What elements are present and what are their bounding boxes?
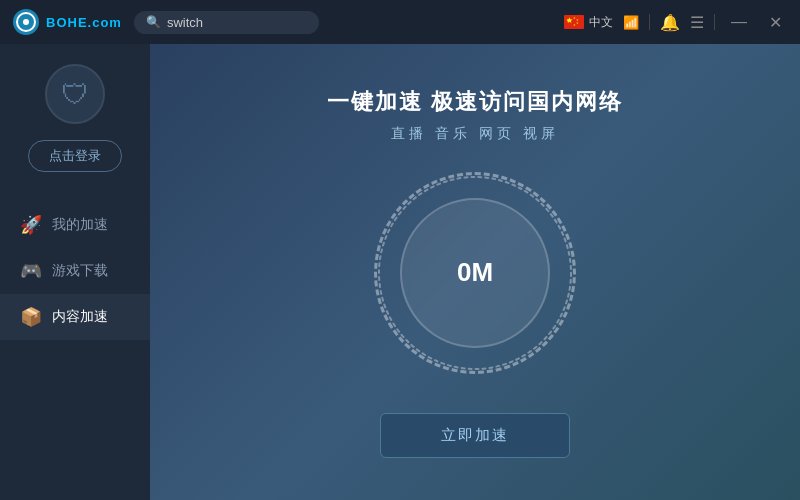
titlebar-right: ★ ★ ★ ★ ★ 中文 📶 🔔 ☰ — ✕ xyxy=(564,11,788,34)
svg-text:★: ★ xyxy=(566,17,571,23)
speed-dial: 0M xyxy=(375,173,575,373)
china-flag-icon: ★ ★ ★ ★ ★ xyxy=(564,15,584,29)
avatar: 🛡 xyxy=(45,64,105,124)
speed-dial-inner: 0M xyxy=(400,198,550,348)
titlebar: BOHE.com 🔍 ★ ★ ★ ★ ★ 中文 📶 🔔 ☰ — ✕ xyxy=(0,0,800,44)
search-input[interactable] xyxy=(167,15,307,30)
sidebar-item-label: 内容加速 xyxy=(52,308,108,326)
speed-value: 0M xyxy=(457,257,493,288)
avatar-icon: 🛡 xyxy=(61,78,89,111)
close-button[interactable]: ✕ xyxy=(763,11,788,34)
lang-text: 中文 xyxy=(589,14,613,31)
sidebar: 🛡 点击登录 🚀 我的加速 🎮 游戏下载 📦 内容加速 xyxy=(0,44,150,500)
speed-dial-outer: 0M xyxy=(375,173,575,373)
main-title: 一键加速 极速访问国内网络 xyxy=(327,87,623,117)
vertical-divider xyxy=(649,14,650,30)
logo-area: BOHE.com xyxy=(12,8,122,36)
minimize-button[interactable]: — xyxy=(725,11,753,33)
sidebar-item-label: 我的加速 xyxy=(52,216,108,234)
svg-point-2 xyxy=(23,19,29,25)
svg-text:★: ★ xyxy=(576,21,579,25)
lang-area[interactable]: ★ ★ ★ ★ ★ 中文 xyxy=(564,14,613,31)
content-area: 一键加速 极速访问国内网络 直播 音乐 网页 视屏 0M 立即加速 xyxy=(150,44,800,500)
signal-icon: 📶 xyxy=(623,15,639,30)
sidebar-item-game-download[interactable]: 🎮 游戏下载 xyxy=(0,248,150,294)
rocket-icon: 🚀 xyxy=(20,214,42,236)
sidebar-item-my-acceleration[interactable]: 🚀 我的加速 xyxy=(0,202,150,248)
sub-tags: 直播 音乐 网页 视屏 xyxy=(391,125,559,143)
bell-icon[interactable]: 🔔 xyxy=(660,13,680,32)
search-box[interactable]: 🔍 xyxy=(134,11,319,34)
sidebar-item-content-acceleration[interactable]: 📦 内容加速 xyxy=(0,294,150,340)
search-icon: 🔍 xyxy=(146,15,161,29)
svg-text:★: ★ xyxy=(573,23,576,27)
logo-icon xyxy=(12,8,40,36)
menu-icon[interactable]: ☰ xyxy=(690,13,704,32)
game-icon: 🎮 xyxy=(20,260,42,282)
logo-text: BOHE.com xyxy=(46,15,122,30)
sidebar-item-label: 游戏下载 xyxy=(52,262,108,280)
login-button[interactable]: 点击登录 xyxy=(28,140,122,172)
package-icon: 📦 xyxy=(20,306,42,328)
accelerate-button[interactable]: 立即加速 xyxy=(380,413,570,458)
main-layout: 🛡 点击登录 🚀 我的加速 🎮 游戏下载 📦 内容加速 一键加速 极速访问国内网… xyxy=(0,44,800,500)
vertical-divider-2 xyxy=(714,14,715,30)
